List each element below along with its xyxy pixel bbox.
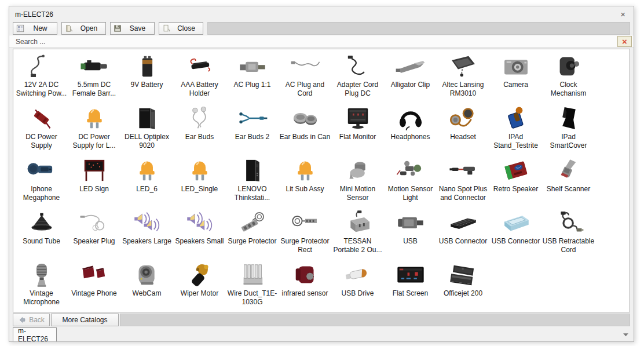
open-folder-icon [65,24,73,32]
catalog-item-label: 12V 2A DC Switching Pow... [15,81,68,98]
catalog-item[interactable]: Iphone Megaphone [15,155,68,207]
catalog-item-label: Camera [503,81,528,89]
catalog-item[interactable]: USB [384,207,437,260]
toolbar-filler [207,22,630,35]
catalog-item[interactable]: Ear Buds 2 [226,103,279,155]
catalog-item[interactable]: Altec Lansing RM3010 [437,51,489,103]
catalog-item[interactable]: USB Retractable Cord [542,207,595,260]
save-button[interactable]: Save [110,22,155,35]
catalog-item[interactable]: Vintage Microphone [15,260,68,312]
catalog-item[interactable]: Ear Buds in Can [279,103,331,155]
catalog-item[interactable]: infrared sensor [279,260,331,312]
catalog-item[interactable]: USB Connector [489,207,542,260]
retro-speaker-icon [499,156,533,185]
catalog-item[interactable]: Adapter Cord Plug DC [331,51,384,103]
new-button-label: New [27,24,54,32]
catalog-item[interactable]: Surge Protector [226,207,279,260]
catalog-item[interactable]: Wire Duct_T1E-1030G [226,260,279,312]
chevron-down-icon[interactable] [623,327,629,341]
barrel-connector-icon [78,52,111,81]
catalog-item[interactable]: Motion Sensor Light [384,155,437,207]
catalog-item[interactable]: Shelf Scanner [542,155,595,207]
more-catalogs-button[interactable]: More Catalogs [51,314,119,326]
catalog-item-label: Vintage Microphone [15,289,68,307]
catalog-item[interactable]: 12V 2A DC Switching Pow... [15,51,68,103]
catalog-item[interactable]: LENOVO Thinkstati... [226,155,279,207]
speaker-plug-icon [78,208,111,237]
catalog-tab-label: m-ELECT26 [18,327,56,343]
catalog-item-label: Headphones [390,133,430,141]
catalog-item[interactable]: TESSAN Portable 2 Ou... [331,207,384,260]
catalog-item[interactable]: Camera [489,51,542,103]
nano-connector-icon [447,156,480,185]
catalog-item[interactable]: 9V Battery [120,51,173,103]
dc-power-icon [25,104,58,133]
catalog-item[interactable]: Headset [437,103,489,155]
close-button[interactable]: Close [159,22,203,35]
catalog-item[interactable]: Sound Tube [15,207,68,260]
catalog-item[interactable]: Clock Mechanism [542,51,595,103]
ac-plug-icon [236,52,269,81]
open-button[interactable]: Open [61,22,106,35]
catalog-item[interactable]: 5.5mm DC Female Barr... [68,51,120,103]
headphones-icon [394,104,427,133]
search-bar: × [9,35,634,48]
bottom-toolbar: Back More Catalogs [9,314,634,326]
ac-cord-icon [288,52,322,81]
catalog-item[interactable]: WebCam [120,260,173,312]
catalog-item[interactable]: Mini Motion Sensor [331,155,384,207]
catalog-item-label: IPad SmartCover [542,133,595,150]
back-button-label: Back [29,316,45,324]
power-cable-icon [25,52,58,81]
shelf-scanner-icon [552,156,586,185]
catalog-item[interactable]: Ear Buds [173,103,226,155]
catalog-item[interactable]: USB Drive [331,260,384,312]
catalog-item-label: 5.5mm DC Female Barr... [68,81,120,98]
catalog-item[interactable]: Lit Sub Assy [279,155,331,207]
search-input[interactable] [14,37,615,46]
catalog-item[interactable]: DC Power Supply for L... [68,103,120,155]
catalog-panel: 12V 2A DC Switching Pow...5.5mm DC Femal… [13,49,630,312]
catalog-window: m-ELECT26 × NewOpenSaveClose × 12V 2A DC… [9,6,634,342]
alligator-clip-icon [394,52,427,81]
catalog-item[interactable]: Flat Screen [384,260,437,312]
catalog-item-label: Surge Protector Rect [279,237,331,254]
catalog-item[interactable]: LED_Single [173,155,226,207]
motion-sensor-icon [341,156,375,185]
new-button[interactable]: New [13,22,57,35]
catalog-item[interactable]: AC Plug 1:1 [226,51,279,103]
catalog-item[interactable]: Nano Spot Plus and Connector [437,155,489,207]
catalog-item[interactable]: DC Power Supply [15,103,68,155]
catalog-item[interactable]: LED_6 [120,155,173,207]
catalog-tab[interactable]: m-ELECT26 [13,327,57,341]
catalog-item[interactable]: USB Connector [437,207,489,260]
speakers-icon [130,208,164,237]
usb-retractable-icon [552,208,586,237]
catalog-item[interactable]: Wiper Motor [173,260,226,312]
catalog-item[interactable]: Speaker Plug [68,207,120,260]
catalog-item[interactable]: IPad SmartCover [542,103,595,155]
earbuds-can-icon [288,104,322,133]
catalog-grid: 12V 2A DC Switching Pow...5.5mm DC Femal… [15,51,630,312]
clear-search-button[interactable]: × [617,36,632,47]
catalog-item[interactable]: AC Plug and Cord [279,51,331,103]
catalog-item[interactable]: Speakers Small [173,207,226,260]
catalog-item[interactable]: LED Sign [68,155,120,207]
catalog-item[interactable]: Officejet 200 [437,260,489,312]
catalog-item[interactable]: Speakers Large [120,207,173,260]
back-button[interactable]: Back [13,314,50,326]
catalog-item[interactable]: Headphones [384,103,437,155]
catalog-item[interactable]: AAA Battery Holder [173,51,226,103]
catalog-item-label: USB Connector [492,237,540,246]
catalog-item[interactable]: Flat Monitor [331,103,384,155]
catalog-item-label: Speaker Plug [73,237,115,246]
catalog-item[interactable]: Surge Protector Rect [279,207,331,260]
catalog-item-label: Iphone Megaphone [15,185,68,202]
catalog-item[interactable]: Vintage Phone [68,260,120,312]
catalog-item[interactable]: Retro Speaker [489,155,542,207]
catalog-item[interactable]: IPAd Stand_Testrite [489,103,542,155]
catalog-item[interactable]: DELL Optiplex 9020 [120,103,173,155]
window-close-icon[interactable]: × [618,9,628,20]
catalog-item[interactable]: Alligator Clip [384,51,437,103]
tower-pc-icon [130,104,164,133]
